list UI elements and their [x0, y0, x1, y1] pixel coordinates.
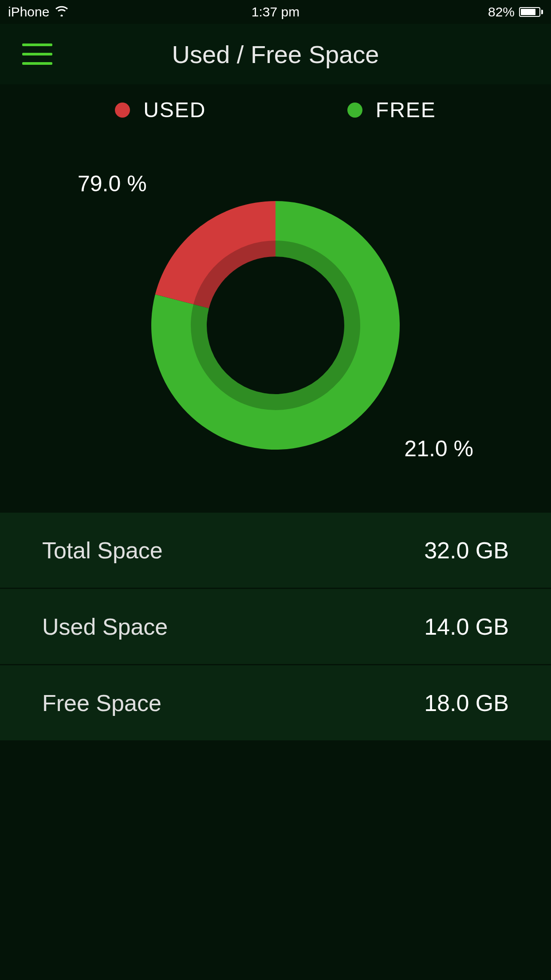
- stat-free-space: Free Space 18.0 GB: [0, 665, 551, 742]
- stat-value: 32.0 GB: [424, 537, 509, 564]
- legend-used-dot: [115, 103, 130, 118]
- stats-list: Total Space 32.0 GB Used Space 14.0 GB F…: [0, 513, 551, 742]
- legend-used-label: USED: [143, 98, 206, 122]
- legend-used: USED: [115, 98, 206, 122]
- legend-free-label: FREE: [376, 98, 436, 122]
- chart-legend: USED FREE: [0, 84, 551, 140]
- chart-label-used: 21.0 %: [404, 436, 473, 462]
- battery-icon: [519, 7, 543, 17]
- donut-chart: [147, 197, 404, 456]
- stat-value: 14.0 GB: [424, 613, 509, 640]
- nav-bar: Used / Free Space: [0, 24, 551, 84]
- chart-area: 79.0 % 21.0 %: [0, 140, 551, 513]
- chart-label-free: 79.0 %: [78, 171, 147, 197]
- status-right: 82%: [488, 4, 543, 20]
- stat-label: Free Space: [42, 690, 161, 716]
- stat-used-space: Used Space 14.0 GB: [0, 589, 551, 665]
- legend-free-dot: [347, 103, 362, 118]
- legend-free: FREE: [347, 98, 436, 122]
- battery-pct-label: 82%: [488, 4, 515, 20]
- status-time: 1:37 pm: [0, 4, 551, 20]
- stat-label: Used Space: [42, 613, 168, 640]
- menu-icon[interactable]: [22, 43, 52, 65]
- status-bar: iPhone 1:37 pm 82%: [0, 0, 551, 24]
- stat-label: Total Space: [42, 537, 163, 564]
- stat-total-space: Total Space 32.0 GB: [0, 513, 551, 589]
- page-title: Used / Free Space: [172, 40, 379, 69]
- stat-value: 18.0 GB: [424, 690, 509, 716]
